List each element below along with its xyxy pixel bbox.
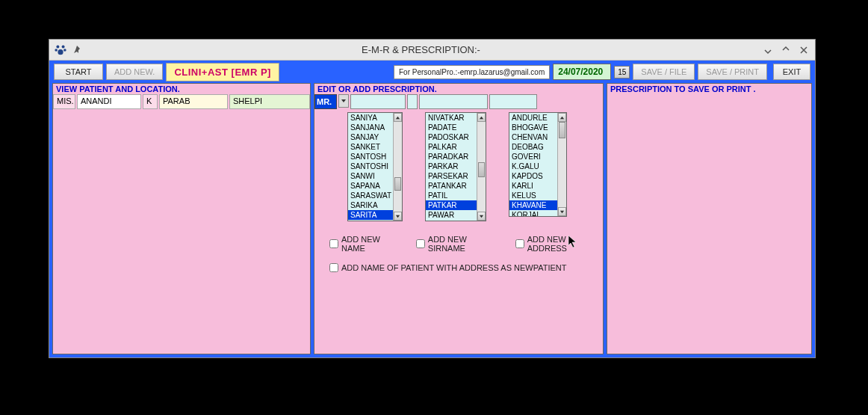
svg-point-2 bbox=[55, 49, 58, 52]
rx-surname-input[interactable] bbox=[419, 94, 488, 109]
exit-button[interactable]: EXIT bbox=[773, 64, 810, 80]
add-patient-checkbox[interactable]: ADD NAME OF PATIENT WITH ADDRESS AS NEWP… bbox=[329, 263, 567, 272]
titlebar: E-M-R & PRESCRIPTION:- bbox=[49, 40, 815, 61]
patient-initial: K bbox=[143, 94, 158, 109]
name-listbox[interactable]: SANIYASANJANASANJAYSANKETSANTOSHSANTOSHI… bbox=[347, 112, 403, 221]
save-file-button[interactable]: SAVE / FILE bbox=[633, 64, 695, 80]
scroll-down-icon[interactable] bbox=[477, 212, 486, 221]
rx-initial-input[interactable] bbox=[407, 94, 418, 109]
add-sirname-checkbox[interactable]: ADD NEW SIRNAME bbox=[416, 235, 500, 253]
view-patient-panel: VIEW PATIENT AND LOCATION. MIS. ANANDI K… bbox=[52, 83, 311, 354]
scrollbar[interactable] bbox=[557, 113, 566, 216]
title-dropdown-arrow[interactable] bbox=[338, 94, 349, 108]
cursor-icon bbox=[568, 235, 578, 251]
svg-point-4 bbox=[58, 49, 63, 55]
surname-listbox[interactable]: NIVATKARPADATEPADOSKARPALKARPARADKARPARK… bbox=[425, 112, 486, 221]
window-title: E-M-R & PRESCRIPTION:- bbox=[82, 44, 760, 55]
patient-surname: PARAB bbox=[159, 94, 228, 109]
save-print-button[interactable]: SAVE / PRINT bbox=[698, 64, 767, 80]
title-select[interactable]: MR. bbox=[314, 94, 337, 109]
app-window: E-M-R & PRESCRIPTION:- START ADD NEW. CL… bbox=[49, 39, 816, 358]
panel2-header: EDIT OR ADD PRESCRIPTION. bbox=[314, 84, 603, 94]
scroll-down-icon[interactable] bbox=[558, 207, 566, 216]
brand-label: CLINI+AST [EMR P] bbox=[166, 63, 279, 82]
add-new-button[interactable]: ADD NEW. bbox=[106, 64, 163, 80]
panel1-header: VIEW PATIENT AND LOCATION. bbox=[53, 84, 310, 94]
scroll-up-icon[interactable] bbox=[394, 113, 402, 122]
svg-point-0 bbox=[56, 45, 59, 48]
add-sirname-label: ADD NEW SIRNAME bbox=[428, 235, 500, 253]
add-address-label: ADD NEW ADDRESS bbox=[527, 235, 601, 253]
svg-point-1 bbox=[62, 45, 65, 48]
contact-label: For PersonalPro.:-emrp.lazarus@gmail.com bbox=[394, 65, 550, 79]
add-name-label: ADD NEW NAME bbox=[341, 235, 401, 253]
rx-name-input[interactable] bbox=[350, 94, 406, 109]
minimize-button[interactable] bbox=[760, 43, 776, 58]
start-button[interactable]: START bbox=[54, 64, 103, 80]
add-name-checkbox[interactable]: ADD NEW NAME bbox=[329, 235, 401, 253]
address-listbox[interactable]: ANDURLEBHOGAVECHENVANDEOBAGGOVERIK.GALUK… bbox=[509, 112, 567, 217]
add-patient-label: ADD NAME OF PATIENT WITH ADDRESS AS NEWP… bbox=[341, 263, 567, 272]
close-button[interactable] bbox=[796, 43, 812, 58]
date-picker-button[interactable]: 15 bbox=[614, 66, 630, 79]
patient-name: ANANDI bbox=[77, 94, 141, 109]
patient-location: SHELPI bbox=[229, 94, 310, 109]
paw-icon bbox=[54, 43, 67, 57]
patient-prefix: MIS. bbox=[53, 94, 75, 109]
maximize-button[interactable] bbox=[778, 43, 794, 58]
scrollbar[interactable] bbox=[393, 113, 402, 221]
date-input[interactable] bbox=[553, 64, 611, 80]
panel3-header: PRESCRIPTION TO SAVE OR PRINT . bbox=[607, 84, 811, 94]
add-address-checkbox[interactable]: ADD NEW ADDRESS bbox=[515, 235, 601, 253]
prescription-output-panel: PRESCRIPTION TO SAVE OR PRINT . bbox=[607, 83, 812, 354]
edit-prescription-panel: EDIT OR ADD PRESCRIPTION. MR. SANIYASANJ… bbox=[314, 83, 604, 354]
scroll-up-icon[interactable] bbox=[477, 113, 486, 122]
scroll-down-icon[interactable] bbox=[394, 212, 402, 221]
toolbar: START ADD NEW. CLINI+AST [EMR P] For Per… bbox=[49, 61, 815, 83]
pin-icon[interactable] bbox=[73, 43, 82, 57]
svg-point-3 bbox=[63, 49, 66, 52]
scroll-up-icon[interactable] bbox=[558, 113, 566, 122]
rx-address-input[interactable] bbox=[489, 94, 537, 109]
scrollbar[interactable] bbox=[477, 113, 486, 221]
